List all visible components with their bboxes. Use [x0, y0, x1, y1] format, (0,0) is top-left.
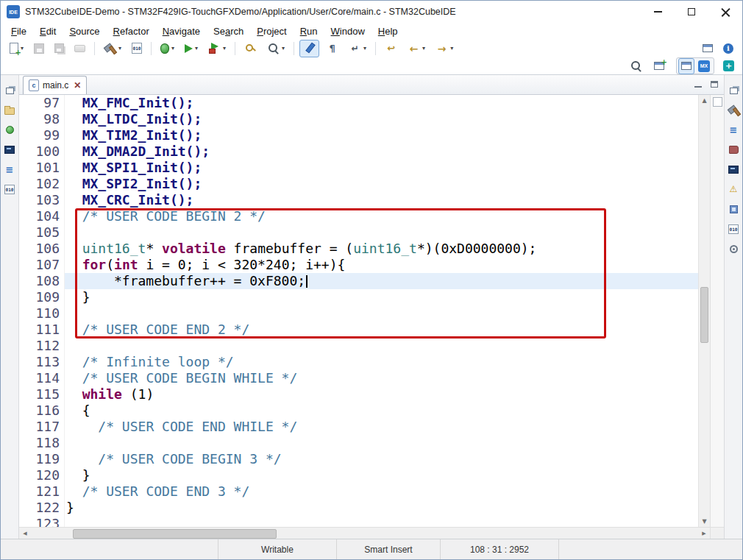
code-line-111[interactable]: 111 /* USER CODE END 2 */: [19, 322, 698, 338]
vertical-scrollbar[interactable]: ▲ ▼: [698, 95, 710, 527]
maximize-button[interactable]: [675, 1, 708, 23]
code-line-122[interactable]: 122}: [19, 500, 698, 516]
problems-view-button[interactable]: ⚠: [726, 182, 742, 196]
code-line-105[interactable]: 105: [19, 224, 698, 241]
scroll-up-icon[interactable]: ▲: [699, 95, 710, 106]
code-line-116[interactable]: 116 {: [19, 403, 698, 419]
build-all-button[interactable]: ▾: [100, 40, 125, 57]
code-line-107[interactable]: 107 for(int i = 0; i < 320*240; i++){: [19, 257, 698, 273]
open-new-window-button[interactable]: [699, 40, 717, 57]
memory-details-view-button[interactable]: 010: [726, 221, 742, 236]
open-perspective-button[interactable]: [651, 58, 667, 74]
touchgfx-perspective-button[interactable]: +: [720, 58, 737, 74]
toggle-mark-occurrences-button[interactable]: [299, 40, 319, 57]
memory-view-button[interactable]: 010: [2, 182, 18, 196]
code-line-115[interactable]: 115 while (1): [19, 386, 698, 403]
generate-code-button[interactable]: 010: [128, 40, 146, 57]
show-whitespace-button[interactable]: ¶: [322, 40, 342, 57]
run-button[interactable]: ▾: [181, 40, 202, 57]
scroll-left-icon[interactable]: ◀: [19, 528, 31, 539]
cubemx-perspective-button[interactable]: MX: [695, 58, 713, 74]
code-line-113[interactable]: 113 /* Infinite loop */: [19, 354, 698, 370]
sfrs-view-button[interactable]: [726, 202, 742, 216]
close-button[interactable]: [708, 1, 742, 23]
code-line-110[interactable]: 110: [19, 305, 698, 322]
scroll-down-icon[interactable]: ▼: [699, 516, 710, 527]
documents-view-button[interactable]: [726, 142, 742, 157]
code-line-112[interactable]: 112: [19, 338, 698, 354]
code-line-108[interactable]: 108 *framebuffer++ = 0xF800;: [19, 273, 698, 289]
toggle-word-wrap-button[interactable]: ↵▾: [345, 40, 370, 57]
menu-file[interactable]: File: [4, 24, 33, 38]
new-button[interactable]: ▾: [6, 40, 27, 57]
code-line-100[interactable]: 100 MX_DMA2D_Init();: [19, 143, 698, 160]
menu-refactor[interactable]: Refactor: [107, 24, 156, 38]
cpp-perspective-button[interactable]: [678, 58, 694, 74]
main-area: ≡010 c main.c ✕ 97 MX_FMC_Init();98 MX_L…: [1, 75, 742, 539]
line-code: /* USER CODE BEGIN WHILE */: [65, 370, 698, 386]
console-view-button[interactable]: [2, 142, 18, 157]
code-line-104[interactable]: 104 /* USER CODE BEGIN 2 */: [19, 208, 698, 224]
maximize-editor-icon[interactable]: [711, 81, 718, 88]
tab-close-icon[interactable]: ✕: [74, 80, 81, 91]
menu-help[interactable]: Help: [372, 24, 405, 38]
dropdown-arrow-icon: ▾: [171, 45, 174, 52]
menu-project[interactable]: Project: [250, 24, 293, 38]
code-line-114[interactable]: 114 /* USER CODE BEGIN WHILE */: [19, 370, 698, 386]
overview-ruler-header-icon[interactable]: [713, 97, 722, 107]
quick-search-button[interactable]: [627, 58, 645, 74]
code-line-109[interactable]: 109 }: [19, 289, 698, 305]
outline-view-button[interactable]: ≡: [726, 122, 742, 137]
cubemx-perspective-icon: MX: [698, 60, 710, 72]
debug-view-button[interactable]: [2, 122, 18, 137]
project-explorer-view-button[interactable]: [2, 102, 18, 117]
code-line-106[interactable]: 106 uint16_t* volatile framebuffer = (ui…: [19, 241, 698, 257]
code-line-119[interactable]: 119 /* USER CODE BEGIN 3 */: [19, 451, 698, 467]
open-element-button[interactable]: [241, 40, 260, 57]
menu-navigate[interactable]: Navigate: [156, 24, 207, 38]
back-button[interactable]: ←▾: [404, 40, 429, 57]
static-stack-analyzer-view-button[interactable]: [726, 241, 742, 256]
vertical-scroll-thumb[interactable]: [700, 287, 708, 343]
code-line-121[interactable]: 121 /* USER CODE END 3 */: [19, 483, 698, 500]
titlebar[interactable]: IDE STM32CubeIDE-Demo - STM32F429IG-Touc…: [1, 1, 742, 23]
line-code: MX_LTDC_Init();: [65, 111, 698, 127]
menu-run[interactable]: Run: [294, 24, 324, 38]
menu-window[interactable]: Window: [324, 24, 372, 38]
build-targets-view-button[interactable]: [726, 102, 742, 117]
restore-left-views-button[interactable]: [2, 82, 18, 97]
minimize-editor-icon[interactable]: [694, 86, 702, 88]
menu-edit[interactable]: Edit: [33, 24, 63, 38]
minimize-button[interactable]: [641, 1, 675, 23]
tab-main-c[interactable]: c main.c ✕: [23, 76, 87, 94]
code-line-120[interactable]: 120 }: [19, 467, 698, 483]
horizontal-scroll-thumb[interactable]: [73, 529, 277, 539]
information-center-button[interactable]: i: [719, 40, 737, 57]
menu-source[interactable]: Source: [63, 24, 106, 38]
code-line-103[interactable]: 103 MX_CRC_Init();: [19, 192, 698, 208]
forward-button[interactable]: →▾: [432, 40, 457, 57]
last-edit-location-button[interactable]: ↩: [381, 40, 401, 57]
device-console-view-button[interactable]: [726, 162, 742, 177]
scroll-right-icon[interactable]: ▶: [698, 528, 710, 539]
code-editor[interactable]: 97 MX_FMC_Init();98 MX_LTDC_Init();99 MX…: [19, 95, 724, 527]
code-line-117[interactable]: 117 /* USER CODE END WHILE */: [19, 419, 698, 435]
debug-button[interactable]: ▾: [157, 40, 178, 57]
code-line-101[interactable]: 101 MX_SPI1_Init();: [19, 160, 698, 176]
code-line-102[interactable]: 102 MX_SPI2_Init();: [19, 176, 698, 192]
code-line-97[interactable]: 97 MX_FMC_Init();: [19, 95, 698, 111]
menu-search[interactable]: Search: [207, 24, 250, 38]
code-line-99[interactable]: 99 MX_TIM2_Init();: [19, 127, 698, 143]
search-button[interactable]: ▾: [263, 40, 288, 57]
restore-right-views-button[interactable]: [726, 82, 742, 97]
external-tools-button[interactable]: ▾: [205, 40, 230, 57]
code-line-98[interactable]: 98 MX_LTDC_Init();: [19, 111, 698, 127]
horizontal-scrollbar[interactable]: ◀ ▶: [19, 527, 724, 539]
debug-icon: [160, 43, 169, 54]
line-code: /* USER CODE END 3 */: [65, 483, 698, 500]
line-number: 116: [19, 403, 65, 419]
registers-view-button[interactable]: ≡: [2, 162, 18, 177]
code-line-118[interactable]: 118: [19, 435, 698, 451]
code-line-123[interactable]: 123: [19, 516, 698, 527]
dropdown-arrow-icon: ▾: [223, 45, 226, 52]
